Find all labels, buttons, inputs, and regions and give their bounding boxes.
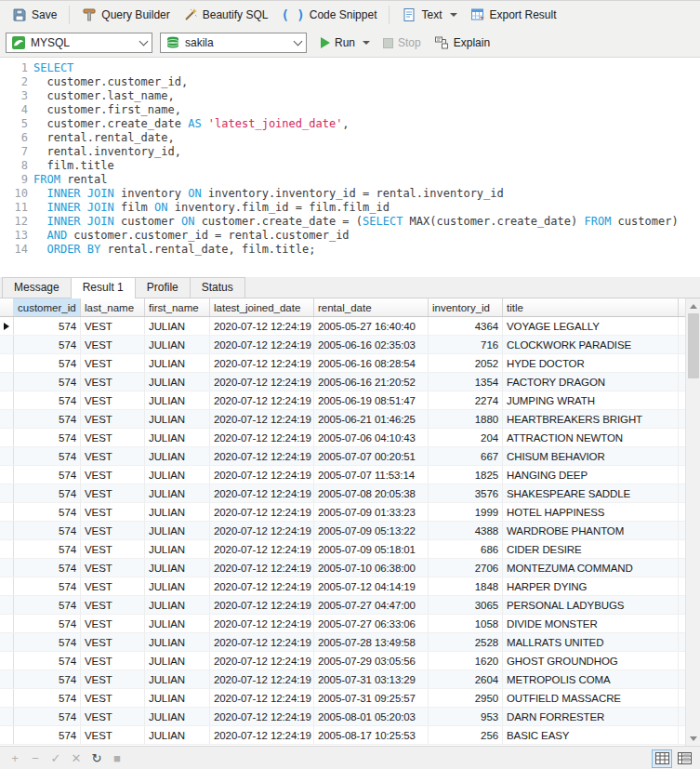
cell-latest_joined_date[interactable]: 2020-07-12 12:24:19: [210, 540, 314, 558]
table-row[interactable]: 574VESTJULIAN2020-07-12 12:24:192005-07-…: [0, 689, 685, 708]
discard-changes-button[interactable]: ✕: [67, 750, 86, 767]
scrollbar-thumb[interactable]: [688, 313, 699, 378]
cell-latest_joined_date[interactable]: 2020-07-12 12:24:19: [210, 633, 314, 651]
cell-inventory_id[interactable]: 1825: [429, 466, 503, 484]
cell-latest_joined_date[interactable]: 2020-07-12 12:24:19: [210, 429, 314, 446]
cell-inventory_id[interactable]: 686: [429, 540, 503, 558]
table-row[interactable]: 574VESTJULIAN2020-07-12 12:24:192005-07-…: [0, 596, 685, 615]
cell-first_name[interactable]: JULIAN: [145, 484, 210, 502]
column-header-inventory_id[interactable]: inventory_id: [429, 298, 503, 316]
cell-customer_id[interactable]: 574: [14, 540, 81, 558]
cell-customer_id[interactable]: 574: [14, 317, 81, 335]
cell-customer_id[interactable]: 574: [14, 484, 81, 502]
cell-inventory_id[interactable]: 953: [429, 708, 503, 725]
cell-rental_date[interactable]: 2005-07-31 03:13:29: [314, 670, 429, 688]
cell-customer_id[interactable]: 574: [14, 577, 81, 595]
cell-customer_id[interactable]: 574: [14, 522, 81, 539]
connection-select[interactable]: MYSQL: [6, 33, 152, 53]
cell-rental_date[interactable]: 2005-07-12 04:14:19: [314, 577, 429, 595]
table-row[interactable]: 574VESTJULIAN2020-07-12 12:24:192005-07-…: [0, 652, 685, 670]
cell-first_name[interactable]: JULIAN: [145, 391, 210, 409]
cell-inventory_id[interactable]: 1880: [429, 410, 503, 428]
cell-title[interactable]: CHISUM BEHAVIOR: [503, 447, 679, 465]
cell-title[interactable]: CIDER DESIRE: [503, 540, 679, 558]
cell-last_name[interactable]: VEST: [81, 540, 145, 558]
column-header-latest_joined_date[interactable]: latest_joined_date: [210, 298, 314, 316]
cell-rental_date[interactable]: 2005-07-29 03:05:56: [314, 652, 429, 670]
cell-first_name[interactable]: JULIAN: [145, 447, 210, 465]
stop-button[interactable]: Stop: [376, 33, 428, 52]
cell-rental_date[interactable]: 2005-07-07 00:20:51: [314, 447, 429, 465]
cell-rental_date[interactable]: 2005-07-07 11:53:14: [314, 466, 429, 484]
cell-title[interactable]: OUTFIELD MASSACRE: [503, 689, 679, 707]
cell-latest_joined_date[interactable]: 2020-07-12 12:24:19: [210, 596, 314, 614]
table-row[interactable]: 574VESTJULIAN2020-07-12 12:24:192005-07-…: [0, 447, 685, 466]
cell-first_name[interactable]: JULIAN: [145, 503, 210, 521]
cell-last_name[interactable]: VEST: [81, 726, 145, 744]
column-header-customer_id[interactable]: customer_id: [14, 298, 81, 316]
cell-rental_date[interactable]: 2005-06-19 08:51:47: [314, 391, 429, 409]
cell-latest_joined_date[interactable]: 2020-07-12 12:24:19: [210, 522, 314, 539]
cell-latest_joined_date[interactable]: 2020-07-12 12:24:19: [210, 373, 314, 391]
cell-customer_id[interactable]: 574: [14, 466, 81, 484]
cell-title[interactable]: HYDE DOCTOR: [503, 354, 679, 372]
table-row[interactable]: 574VESTJULIAN2020-07-12 12:24:192005-08-…: [0, 726, 685, 745]
cell-latest_joined_date[interactable]: 2020-07-12 12:24:19: [210, 652, 314, 670]
cell-rental_date[interactable]: 2005-07-09 05:18:01: [314, 540, 429, 558]
refresh-button[interactable]: ↻: [87, 750, 106, 767]
cell-latest_joined_date[interactable]: 2020-07-12 12:24:19: [210, 354, 314, 372]
cell-first_name[interactable]: JULIAN: [145, 615, 210, 632]
cell-rental_date[interactable]: 2005-07-09 01:33:23: [314, 503, 429, 521]
cell-title[interactable]: ATTRACTION NEWTON: [503, 429, 679, 446]
cell-first_name[interactable]: JULIAN: [145, 670, 210, 688]
cell-first_name[interactable]: JULIAN: [145, 466, 210, 484]
cell-last_name[interactable]: VEST: [81, 336, 145, 353]
cell-customer_id[interactable]: 574: [14, 447, 81, 465]
table-row[interactable]: 574VESTJULIAN2020-07-12 12:24:192005-06-…: [0, 373, 685, 391]
cell-rental_date[interactable]: 2005-07-27 04:47:00: [314, 596, 429, 614]
cell-first_name[interactable]: JULIAN: [145, 577, 210, 595]
cell-customer_id[interactable]: 574: [14, 429, 81, 446]
cell-first_name[interactable]: JULIAN: [145, 652, 210, 670]
cell-latest_joined_date[interactable]: 2020-07-12 12:24:19: [210, 577, 314, 595]
explain-button[interactable]: Explain: [428, 33, 496, 53]
cell-first_name[interactable]: JULIAN: [145, 354, 210, 372]
cell-rental_date[interactable]: 2005-07-27 06:33:06: [314, 615, 429, 632]
cell-rental_date[interactable]: 2005-08-01 05:20:03: [314, 708, 429, 725]
cell-customer_id[interactable]: 574: [14, 652, 81, 670]
vertical-scrollbar[interactable]: [685, 298, 700, 746]
table-row[interactable]: 574VESTJULIAN2020-07-12 12:24:192005-06-…: [0, 391, 685, 410]
cell-customer_id[interactable]: 574: [14, 559, 81, 577]
cell-title[interactable]: HOTEL HAPPINESS: [503, 503, 679, 521]
tab-message[interactable]: Message: [2, 277, 72, 298]
cell-first_name[interactable]: JULIAN: [145, 410, 210, 428]
table-row[interactable]: 574VESTJULIAN2020-07-12 12:24:192005-07-…: [0, 633, 685, 652]
column-header-title[interactable]: title: [503, 298, 679, 316]
cell-title[interactable]: DARN FORRESTER: [503, 708, 679, 725]
cell-customer_id[interactable]: 574: [14, 633, 81, 651]
export-result-button[interactable]: Export Result: [464, 5, 563, 25]
cell-rental_date[interactable]: 2005-06-16 08:28:54: [314, 354, 429, 372]
cell-rental_date[interactable]: 2005-06-16 21:20:52: [314, 373, 429, 391]
cell-title[interactable]: MALLRATS UNITED: [503, 633, 679, 651]
cell-last_name[interactable]: VEST: [81, 373, 145, 391]
cell-latest_joined_date[interactable]: 2020-07-12 12:24:19: [210, 447, 314, 465]
cell-inventory_id[interactable]: 4388: [429, 522, 503, 539]
cell-last_name[interactable]: VEST: [81, 522, 145, 539]
cell-inventory_id[interactable]: 3576: [429, 484, 503, 502]
cell-customer_id[interactable]: 574: [14, 726, 81, 744]
cell-last_name[interactable]: VEST: [81, 503, 145, 521]
cell-inventory_id[interactable]: 2052: [429, 354, 503, 372]
column-header-rental_date[interactable]: rental_date: [314, 298, 429, 316]
cell-title[interactable]: FACTORY DRAGON: [503, 373, 679, 391]
cell-latest_joined_date[interactable]: 2020-07-12 12:24:19: [210, 615, 314, 632]
cell-latest_joined_date[interactable]: 2020-07-12 12:24:19: [210, 670, 314, 688]
grid-view-button[interactable]: [652, 749, 672, 768]
cell-title[interactable]: BASIC EASY: [503, 726, 679, 744]
cell-last_name[interactable]: VEST: [81, 577, 145, 595]
table-row[interactable]: 574VESTJULIAN2020-07-12 12:24:192005-07-…: [0, 522, 685, 540]
cell-customer_id[interactable]: 574: [14, 373, 81, 391]
cell-last_name[interactable]: VEST: [81, 652, 145, 670]
cell-last_name[interactable]: VEST: [81, 689, 145, 707]
cell-latest_joined_date[interactable]: 2020-07-12 12:24:19: [210, 559, 314, 577]
